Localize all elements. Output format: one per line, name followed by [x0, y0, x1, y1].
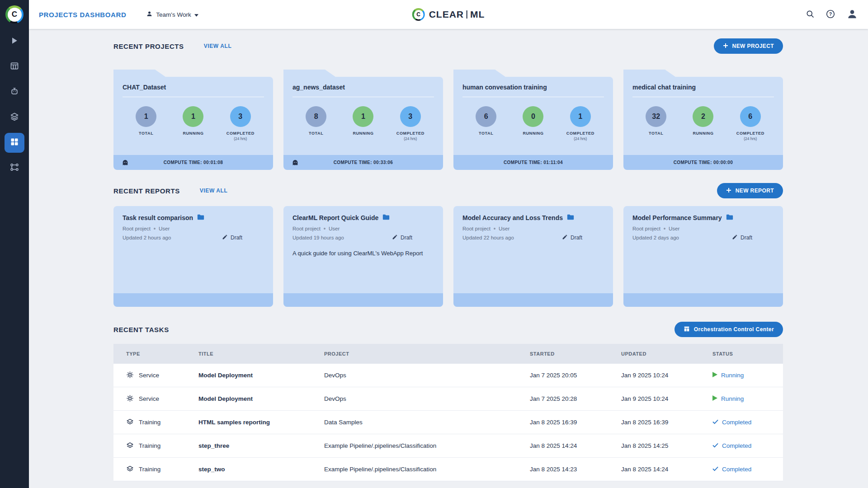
completed-icon — [712, 419, 718, 426]
running-count-badge: 2 — [693, 106, 713, 127]
task-started: Jan 8 2025 14:23 — [530, 466, 621, 473]
total-label: TOTAL — [309, 131, 323, 136]
total-label: TOTAL — [479, 131, 493, 136]
report-card-footer — [623, 293, 783, 307]
ghost-icon — [122, 159, 129, 166]
pencil-icon — [392, 234, 398, 241]
completed-label: COMPLETED — [226, 131, 255, 136]
completed-count-badge: 6 — [740, 106, 761, 127]
running-label: RUNNING — [183, 131, 203, 136]
column-title: TITLE — [198, 351, 324, 357]
report-project: Root project — [462, 226, 491, 231]
report-title: Model Performance Summary — [632, 214, 722, 221]
table-row[interactable]: Training step_three Example Pipeline/.pi… — [113, 434, 783, 458]
chevron-down-icon — [194, 11, 198, 18]
sidebar-item-projects[interactable] — [5, 57, 24, 77]
orchestration-label: Orchestration Control Center — [694, 326, 774, 333]
folder-tab — [623, 70, 675, 77]
clearml-logo-icon[interactable]: C — [5, 5, 24, 23]
report-project: Root project — [123, 226, 151, 231]
project-card-body: human convesation training 6 TOTAL 0 RUN… — [453, 77, 613, 155]
report-card-footer — [453, 293, 613, 307]
table-row[interactable]: Service Model Deployment DevOps Jan 7 20… — [113, 387, 783, 411]
new-project-button[interactable]: NEW PROJECT — [714, 38, 783, 54]
task-status: Running — [721, 372, 744, 379]
header-actions: ? — [806, 8, 858, 21]
sidebar-item-reports[interactable] — [5, 133, 24, 153]
report-status-badge: Draft — [222, 234, 242, 241]
report-card-model-performance-summary[interactable]: Model Performance Summary Root project U… — [623, 206, 783, 307]
profile-button[interactable] — [846, 8, 858, 21]
sidebar: C — [0, 0, 29, 488]
projects-view-all-link[interactable]: VIEW ALL — [204, 43, 232, 49]
clearml-brand-letter: C — [414, 10, 423, 19]
orchestration-control-center-button[interactable]: Orchestration Control Center — [675, 322, 783, 337]
help-icon: ? — [826, 9, 835, 20]
brand-right: ML — [470, 9, 485, 20]
project-stats: 1 TOTAL 1 RUNNING 3 COMPLETED (24 hrs) — [123, 106, 264, 141]
projects-icon — [10, 61, 19, 72]
task-started: Jan 8 2025 14:24 — [530, 442, 621, 449]
main-column: PROJECTS DASHBOARD Team's Work C CLEAR M… — [29, 0, 868, 488]
project-card-human-conversation-training[interactable]: human convesation training 6 TOTAL 0 RUN… — [453, 70, 613, 170]
completed-icon — [712, 442, 718, 449]
task-updated: Jan 9 2025 10:24 — [621, 395, 712, 402]
report-title-row: Task result comparison — [123, 214, 264, 222]
sidebar-item-workers[interactable] — [5, 82, 24, 102]
task-title: Model Deployment — [198, 395, 324, 402]
table-row[interactable]: Training step_two Example Pipeline/.pipe… — [113, 458, 783, 481]
avatar-icon — [846, 8, 858, 21]
table-row[interactable]: Training HTML samples reporting Data Sam… — [113, 411, 783, 434]
report-card-task-result-comparison[interactable]: Task result comparison Root project User… — [113, 206, 273, 307]
stat-running: 2 RUNNING — [685, 106, 721, 141]
project-card-body: ag_news_dataset 8 TOTAL 1 RUNNING — [283, 77, 443, 155]
running-label: RUNNING — [353, 131, 373, 136]
compute-time-label: COMPUTE TIME: 01:11:04 — [504, 160, 563, 165]
table-row[interactable]: Service Model Deployment DevOps Jan 7 20… — [113, 364, 783, 387]
task-project: Example Pipeline/.pipelines/Classificati… — [324, 466, 530, 473]
column-updated: UPDATED — [621, 351, 712, 357]
help-button[interactable]: ? — [826, 9, 835, 20]
sidebar-item-datasets[interactable] — [5, 108, 24, 127]
completed-count-badge: 1 — [570, 106, 591, 127]
folder-tab — [453, 70, 505, 77]
recent-reports-title: RECENT REPORTS — [113, 187, 180, 195]
report-card-clearml-report-quick-guide[interactable]: ClearML Report Quick Guide Root project … — [283, 206, 443, 307]
project-name: human convesation training — [462, 84, 604, 97]
task-title: step_two — [198, 466, 324, 473]
workspace-selector[interactable]: Team's Work — [146, 10, 198, 19]
column-started: STARTED — [530, 351, 621, 357]
report-cards-row: Task result comparison Root project User… — [113, 206, 783, 307]
training-icon — [126, 441, 134, 450]
report-card-model-accuracy-and-loss-trends[interactable]: Model Accuracy and Loss Trends Root proj… — [453, 206, 613, 307]
recent-projects-title: RECENT PROJECTS — [113, 42, 184, 50]
separator-dot — [324, 228, 326, 230]
search-button[interactable] — [806, 9, 815, 20]
report-meta: Root project User — [462, 226, 604, 231]
sidebar-item-pipelines[interactable] — [5, 158, 24, 178]
task-status: Running — [721, 395, 744, 402]
report-author: User — [159, 226, 170, 231]
project-card-ag-news-dataset[interactable]: ag_news_dataset 8 TOTAL 1 RUNNING — [283, 70, 443, 170]
running-count-badge: 0 — [523, 106, 543, 127]
task-status: Completed — [722, 419, 751, 426]
report-meta: Root project User — [632, 226, 774, 231]
ghost-icon — [292, 159, 299, 166]
completed-label: COMPLETED — [396, 131, 425, 136]
report-updated-row: Updated 2 days ago Draft — [632, 234, 774, 241]
service-icon — [126, 394, 134, 404]
folder-icon — [382, 214, 390, 222]
project-card-medical-chat-training[interactable]: medical chat training 32 TOTAL 2 RUNNING — [623, 70, 783, 170]
reports-view-all-link[interactable]: VIEW ALL — [200, 188, 228, 194]
completed-count-badge: 3 — [400, 106, 421, 127]
pipelines-icon — [10, 163, 19, 174]
project-stats: 6 TOTAL 0 RUNNING 1 COMPLETED (24 hrs) — [462, 106, 604, 141]
sidebar-item-dashboard[interactable] — [5, 32, 24, 52]
clearml-brand: C CLEAR ML — [412, 8, 485, 21]
project-card-chat-dataset[interactable]: CHAT_Dataset 1 TOTAL 1 RUNNING 3 — [113, 70, 273, 170]
running-icon — [712, 395, 717, 402]
dashboard-content: RECENT PROJECTS VIEW ALL NEW PROJECT CHA… — [29, 29, 868, 488]
running-icon — [712, 372, 717, 379]
recent-tasks-title: RECENT TASKS — [113, 326, 169, 333]
new-report-button[interactable]: NEW REPORT — [717, 183, 783, 198]
